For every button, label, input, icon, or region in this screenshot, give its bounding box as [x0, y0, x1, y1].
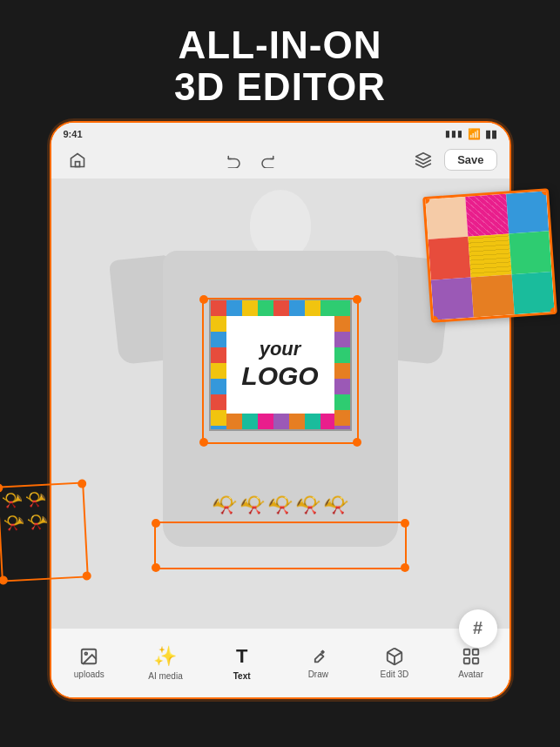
edit-3d-label: Edit 3D [381, 670, 409, 679]
text-icon: T [236, 645, 247, 668]
status-bar: 9:41 ▮▮▮ 📶 ▮▮ [51, 123, 509, 142]
uploads-label: uploads [74, 670, 105, 679]
hash-icon: # [473, 618, 482, 638]
avatar-label: Avatar [458, 670, 483, 679]
toolbar-right: Save [411, 148, 496, 172]
tool-text[interactable]: T Text [218, 645, 266, 681]
home-icon [69, 151, 86, 169]
status-time: 9:41 [64, 129, 83, 139]
app-toolbar: Save [51, 142, 509, 179]
arrow-3: 📯 [267, 493, 293, 517]
selection-box-arrows [154, 522, 407, 569]
tool-draw[interactable]: Draw [294, 647, 342, 679]
ai-media-label: AI media [148, 671, 182, 681]
svg-marker-1 [416, 152, 431, 159]
ai-media-icon: ✨ [153, 645, 177, 668]
tool-ai-media[interactable]: ✨ AI media [141, 645, 189, 681]
edit-3d-icon [385, 647, 404, 666]
headline-line2: 3D EDITOR [17, 66, 543, 108]
status-icons: ▮▮▮ 📶 ▮▮ [445, 128, 497, 140]
draw-label: Draw [308, 670, 328, 679]
toolbar-center [222, 148, 280, 172]
draw-icon [308, 647, 327, 666]
svg-rect-6 [472, 649, 477, 655]
layers-button[interactable] [411, 148, 435, 172]
floating-card-right [422, 188, 557, 323]
svg-rect-8 [472, 658, 477, 663]
device-frame: 9:41 ▮▮▮ 📶 ▮▮ [50, 121, 511, 699]
handle-tl [199, 295, 208, 304]
text-label: Text [233, 671, 251, 681]
layers-icon [415, 151, 432, 169]
signal-icon: ▮▮▮ [445, 129, 463, 138]
arrow-1: 📯 [212, 493, 238, 517]
hash-button[interactable]: # [459, 609, 497, 648]
arrow-2: 📯 [240, 493, 266, 517]
selection-box-logo [202, 298, 359, 444]
arrow-5: 📯 [323, 493, 349, 517]
mannequin-head [250, 190, 311, 259]
svg-rect-5 [463, 649, 469, 655]
handle-br [353, 438, 361, 447]
undo-button[interactable] [222, 148, 246, 172]
battery-icon: ▮▮ [485, 128, 497, 140]
bottom-toolbar: uploads ✨ AI media T Text Draw [51, 628, 509, 697]
svg-rect-7 [463, 658, 469, 663]
tool-edit-3d[interactable]: Edit 3D [370, 647, 418, 679]
save-button[interactable]: Save [444, 149, 496, 171]
svg-point-3 [85, 652, 88, 655]
handle-tr [353, 295, 361, 304]
wifi-icon: 📶 [468, 128, 481, 140]
handle-bl [199, 438, 208, 447]
undo-icon [226, 152, 242, 168]
redo-button[interactable] [255, 148, 280, 172]
tool-avatar[interactable]: Avatar [447, 647, 495, 679]
tool-uploads[interactable]: uploads [65, 647, 113, 679]
home-button[interactable] [64, 146, 91, 174]
headline-line1: ALL-IN-ON [17, 24, 543, 66]
avatar-icon [462, 647, 481, 666]
uploads-icon [79, 647, 98, 666]
headline: ALL-IN-ON 3D EDITOR [0, 0, 560, 121]
arrow-4: 📯 [295, 493, 321, 517]
toolbar-left [64, 146, 91, 174]
floating-arrows-left: 📯 📯 📯 📯 [1, 486, 84, 577]
redo-icon [260, 152, 275, 168]
svg-rect-0 [75, 161, 79, 166]
